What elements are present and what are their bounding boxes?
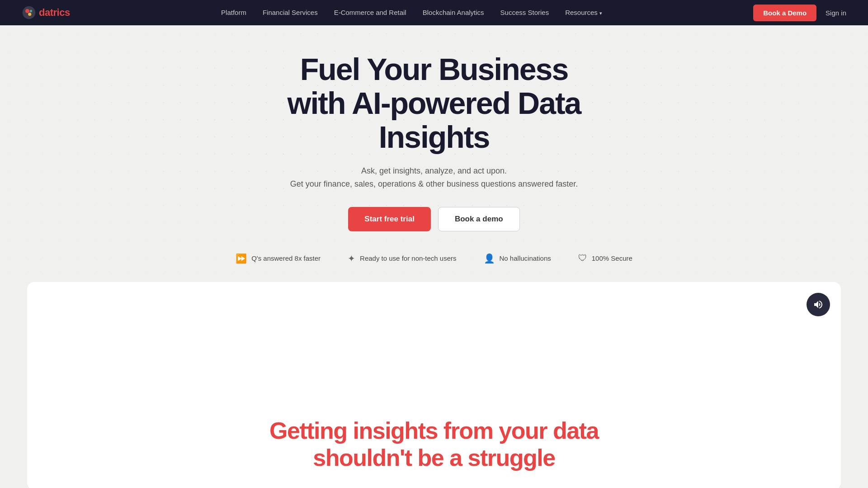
nav-links: Platform Financial Services E-Commerce a… (221, 9, 602, 17)
svg-point-2 (30, 10, 32, 12)
nav-link-blockchain[interactable]: Blockchain Analytics (423, 9, 484, 16)
feature-nohalluc: 👤 No hallucinations (484, 253, 551, 264)
book-demo-nav-button[interactable]: Book a Demo (753, 5, 816, 21)
hero-buttons: Start free trial Book a demo (231, 207, 637, 231)
card-section-wrapper: Getting insights from your data shouldn'… (0, 282, 868, 488)
hero-title: Fuel Your Business with AI-powered Data … (231, 52, 637, 154)
nav-link-financial[interactable]: Financial Services (263, 9, 318, 16)
nav-item-blockchain[interactable]: Blockchain Analytics (423, 9, 484, 17)
svg-point-1 (25, 9, 29, 13)
card-section-title: Getting insights from your data shouldn'… (253, 418, 615, 472)
nav-item-platform[interactable]: Platform (221, 9, 246, 17)
hero-content: Fuel Your Business with AI-powered Data … (231, 52, 637, 264)
svg-point-0 (23, 6, 35, 19)
nohalluc-icon: 👤 (484, 253, 495, 264)
nav-link-success[interactable]: Success Stories (500, 9, 549, 16)
sign-in-button[interactable]: Sign in (826, 9, 846, 17)
navbar: datrics Platform Financial Services E-Co… (0, 0, 868, 25)
volume-button[interactable] (807, 293, 830, 316)
card-section: Getting insights from your data shouldn'… (27, 282, 841, 488)
nav-item-resources[interactable]: Resources▾ (565, 9, 602, 17)
feature-speed-label: Q's answered 8x faster (251, 254, 321, 262)
feature-nohalluc-label: No hallucinations (500, 254, 551, 262)
feature-nontech-label: Ready to use for non-tech users (360, 254, 456, 262)
nav-link-ecommerce[interactable]: E-Commerce and Retail (334, 9, 406, 16)
feature-secure: 🛡 100% Secure (578, 253, 632, 263)
nav-link-platform[interactable]: Platform (221, 9, 246, 16)
hero-section: Fuel Your Business with AI-powered Data … (0, 25, 868, 282)
nontech-icon: ✦ (348, 253, 355, 264)
book-demo-hero-button[interactable]: Book a demo (438, 207, 520, 231)
logo[interactable]: datrics (22, 5, 70, 20)
nav-item-success[interactable]: Success Stories (500, 9, 549, 17)
logo-icon (22, 5, 36, 20)
volume-icon (813, 299, 824, 310)
nav-right: Book a Demo Sign in (753, 5, 846, 21)
nav-item-financial[interactable]: Financial Services (263, 9, 318, 17)
secure-icon: 🛡 (578, 253, 587, 263)
nav-link-resources[interactable]: Resources▾ (565, 9, 602, 16)
start-trial-button[interactable]: Start free trial (348, 207, 431, 231)
feature-secure-label: 100% Secure (592, 254, 632, 262)
hero-subtitle: Ask, get insights, analyze, and act upon… (231, 164, 637, 191)
logo-text: datrics (39, 7, 70, 19)
feature-nontech: ✦ Ready to use for non-tech users (348, 253, 456, 264)
nav-item-ecommerce[interactable]: E-Commerce and Retail (334, 9, 406, 17)
speed-icon: ⏩ (236, 253, 247, 264)
card-video-area (54, 309, 814, 381)
features-bar: ⏩ Q's answered 8x faster ✦ Ready to use … (231, 253, 637, 264)
svg-point-3 (28, 13, 31, 16)
feature-speed: ⏩ Q's answered 8x faster (236, 253, 321, 264)
